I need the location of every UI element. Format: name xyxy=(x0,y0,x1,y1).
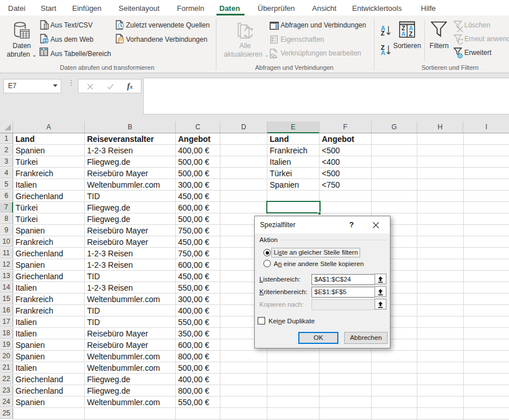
svg-text:Z: Z xyxy=(409,30,413,37)
svg-text:Z: Z xyxy=(381,30,385,36)
svg-text:A: A xyxy=(381,49,385,56)
svg-text:A: A xyxy=(401,30,406,37)
